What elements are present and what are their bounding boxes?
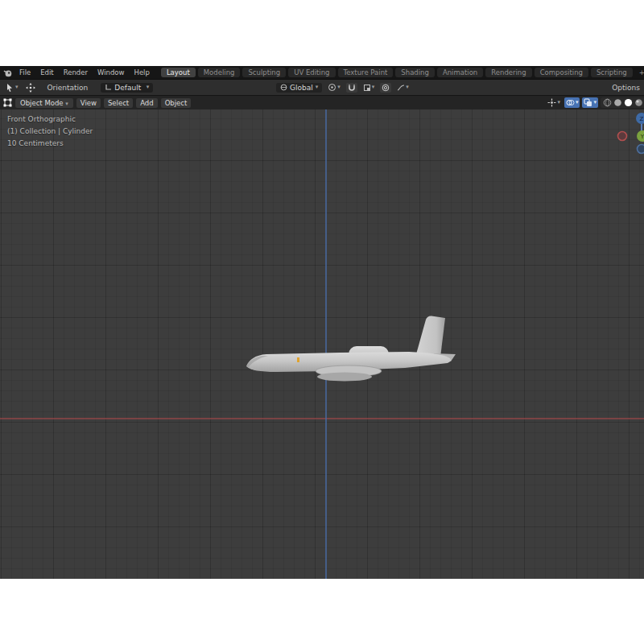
tail-fin bbox=[416, 316, 445, 357]
context-label: (1) Collection | Cylinder bbox=[7, 126, 93, 138]
blender-window: File Edit Render Window Help Layout Mode… bbox=[0, 66, 644, 579]
airplane-model[interactable] bbox=[244, 312, 463, 390]
overlays-icon bbox=[566, 98, 575, 107]
xray-toggle[interactable]: ▾ bbox=[582, 97, 598, 108]
gizmo-negative-z-ball[interactable] bbox=[638, 145, 644, 154]
xray-icon bbox=[584, 98, 592, 107]
axes-icon bbox=[105, 84, 112, 91]
tool-settings-bar: ▾ Orientation Default ▾ Global bbox=[0, 79, 644, 95]
chevron-down-icon: ▾ bbox=[337, 85, 341, 90]
transform-orientation-value: Global bbox=[290, 84, 313, 92]
add-menu[interactable]: Add bbox=[136, 98, 157, 108]
shading-material-icon[interactable] bbox=[624, 98, 633, 107]
wing-flap bbox=[317, 373, 372, 382]
view-menu[interactable]: View bbox=[76, 98, 101, 108]
menu-file[interactable]: File bbox=[14, 68, 35, 77]
scale-label: 10 Centimeters bbox=[7, 138, 93, 150]
chevron-down-icon: ▾ bbox=[65, 101, 68, 107]
tab-sculpting[interactable]: Sculpting bbox=[242, 68, 286, 77]
orientation-dropdown[interactable]: Default ▾ bbox=[101, 83, 153, 93]
snap-toggle[interactable] bbox=[346, 83, 357, 93]
move-tool-icon[interactable] bbox=[25, 82, 36, 93]
tab-uv-editing[interactable]: UV Editing bbox=[288, 68, 335, 77]
tab-rendering[interactable]: Rendering bbox=[485, 68, 531, 77]
x-axis-line bbox=[0, 418, 644, 419]
select-menu[interactable]: Select bbox=[104, 98, 133, 108]
object-mode-icon bbox=[3, 98, 12, 107]
add-workspace-button[interactable]: + bbox=[635, 68, 644, 77]
overlays-toggle[interactable]: ▾ bbox=[564, 97, 580, 108]
orientation-value: Default bbox=[114, 84, 141, 92]
chevron-down-icon: ▾ bbox=[316, 85, 319, 90]
tab-modeling[interactable]: Modeling bbox=[198, 68, 241, 77]
transform-orientation-dropdown[interactable]: Global ▾ bbox=[276, 83, 322, 93]
chevron-down-icon: ▾ bbox=[576, 100, 579, 105]
menu-render[interactable]: Render bbox=[59, 68, 93, 77]
blender-logo-icon bbox=[3, 68, 12, 77]
global-orientation-icon bbox=[280, 84, 287, 91]
gizmos-dropdown[interactable]: ▾ bbox=[546, 97, 562, 108]
object-origin-dot bbox=[297, 357, 299, 362]
proportional-falloff-dropdown[interactable]: ▾ bbox=[395, 83, 411, 93]
viewport-info-overlay: Front Orthographic (1) Collection | Cyli… bbox=[7, 114, 93, 150]
chevron-down-icon: ▾ bbox=[593, 100, 597, 105]
gizmos-icon bbox=[547, 98, 556, 107]
topbar: File Edit Render Window Help Layout Mode… bbox=[0, 66, 644, 79]
gizmo-x-axis-ball[interactable] bbox=[618, 132, 627, 141]
tab-scripting[interactable]: Scripting bbox=[591, 68, 633, 77]
chevron-down-icon: ▾ bbox=[372, 85, 375, 90]
tab-shading[interactable]: Shading bbox=[395, 68, 435, 77]
navigation-gizmo[interactable]: Z Y bbox=[613, 109, 644, 165]
tab-texture-paint[interactable]: Texture Paint bbox=[338, 68, 394, 77]
shading-wireframe-icon[interactable] bbox=[603, 98, 612, 107]
mode-selector-dropdown[interactable]: Object Mode ▾ bbox=[15, 98, 73, 108]
snap-increment-icon bbox=[363, 84, 371, 92]
chevron-down-icon: ▾ bbox=[557, 100, 560, 105]
snap-target-dropdown[interactable]: ▾ bbox=[361, 83, 377, 93]
menu-help[interactable]: Help bbox=[129, 68, 154, 77]
chevron-down-icon: ▾ bbox=[15, 85, 19, 90]
proportional-editing-toggle[interactable] bbox=[380, 83, 391, 93]
gizmo-z-label: Z bbox=[640, 116, 644, 122]
view-name-label: Front Orthographic bbox=[7, 114, 93, 126]
falloff-curve-icon bbox=[397, 84, 405, 92]
pivot-point-dropdown[interactable]: ▾ bbox=[326, 82, 342, 93]
object-menu[interactable]: Object bbox=[161, 98, 192, 108]
3d-viewport[interactable]: Front Orthographic (1) Collection | Cyli… bbox=[0, 109, 644, 579]
orientation-label: Orientation bbox=[47, 84, 89, 92]
menu-window[interactable]: Window bbox=[93, 68, 130, 77]
tab-animation[interactable]: Animation bbox=[437, 68, 483, 77]
proportional-editing-icon bbox=[382, 84, 390, 92]
select-tool-icon bbox=[5, 83, 14, 93]
menu-edit[interactable]: Edit bbox=[35, 68, 58, 77]
viewport-header: Object Mode ▾ View Select Add Object ▾ bbox=[0, 95, 644, 109]
tab-layout[interactable]: Layout bbox=[161, 68, 196, 77]
shading-rendered-icon[interactable] bbox=[634, 98, 643, 107]
gizmo-y-label: Y bbox=[640, 134, 644, 140]
chevron-down-icon: ▾ bbox=[147, 85, 150, 90]
mode-selector-label: Object Mode bbox=[20, 99, 64, 107]
options-button[interactable]: Options bbox=[612, 84, 640, 92]
magnet-icon bbox=[348, 84, 356, 92]
tab-compositing[interactable]: Compositing bbox=[535, 68, 588, 77]
chevron-down-icon: ▾ bbox=[406, 85, 409, 90]
workspace-tabs: Layout Modeling Sculpting UV Editing Tex… bbox=[161, 68, 644, 77]
shading-solid-icon[interactable] bbox=[613, 98, 622, 107]
shading-mode-group bbox=[601, 97, 644, 108]
pivot-point-icon bbox=[328, 83, 336, 92]
active-tool-dropdown[interactable]: ▾ bbox=[3, 82, 20, 93]
